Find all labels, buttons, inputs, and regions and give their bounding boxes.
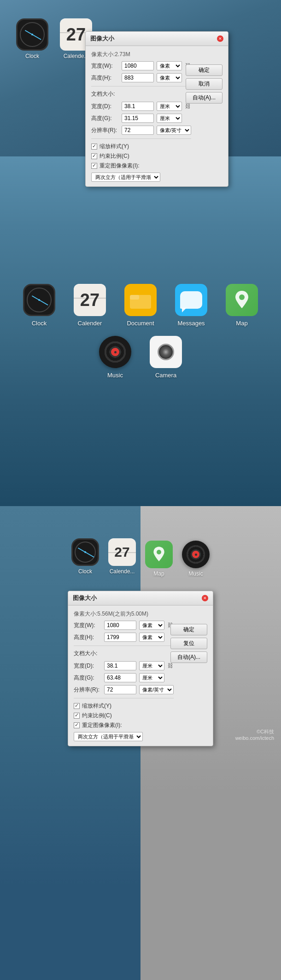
method-row3: 两次立方（适用于平滑渐变） — [74, 732, 174, 741]
cb3-label1: 重定图像像素(I): — [100, 162, 140, 170]
width-row1: 宽度(W): 像素 ⛓ — [91, 61, 191, 70]
cb3-checkbox3[interactable] — [74, 722, 80, 728]
app-calendar3[interactable]: 27 Calende... — [108, 538, 136, 577]
doc-width-label1: 宽度(D): — [91, 103, 119, 110]
music-label3: Music — [188, 571, 203, 577]
app-document2[interactable]: Document — [122, 284, 159, 327]
clock-label: Clock — [25, 53, 39, 59]
width-unit1[interactable]: 像素 — [157, 61, 182, 70]
clock-icon3[interactable] — [71, 538, 99, 566]
cb1-checkbox1[interactable] — [91, 144, 97, 150]
calendar-icon3[interactable]: 27 — [108, 538, 136, 566]
watermark2: weibo.com/ictech — [235, 735, 274, 741]
dialog-close-btn1[interactable]: ✕ — [217, 35, 223, 42]
height-unit3[interactable]: 像素 — [139, 633, 164, 642]
msg-bubble — [180, 291, 202, 309]
calendar-label3: Calende... — [110, 568, 135, 575]
resolution-unit1[interactable]: 像素/英寸 — [157, 126, 191, 135]
messages-icon2[interactable] — [175, 284, 207, 316]
dialog-box3: 图像大小 ✕ 确定 复位 自动(A)... 像素大小:5.56M(之前为5.00… — [68, 591, 213, 746]
doc-height-unit3[interactable]: 厘米 — [139, 673, 164, 682]
auto-button1[interactable]: 自动(A)... — [186, 92, 222, 104]
watermark1: ©C科技 — [235, 728, 274, 735]
section3-inner: Clock 27 Calende... Map — [0, 525, 281, 746]
doc-height-input1[interactable] — [122, 114, 154, 123]
cb1-row3: 缩放样式(Y) — [74, 702, 174, 710]
map-icon2[interactable] — [226, 284, 258, 316]
cancel-button1[interactable]: 取消 — [186, 78, 222, 90]
app-clock2[interactable]: Clock — [21, 284, 58, 327]
auto-button3[interactable]: 自动(A)... — [170, 651, 207, 663]
music-icon3[interactable] — [182, 541, 210, 568]
pixel-size-label3: 像素大小:5.56M(之前为5.00M) — [74, 610, 174, 618]
dialog-buttons1: 确定 取消 自动(A)... — [186, 64, 222, 104]
map-icon3[interactable] — [145, 541, 173, 568]
width-input3[interactable] — [104, 621, 136, 630]
cb2-checkbox3[interactable] — [74, 713, 80, 719]
app-map2[interactable]: Map — [223, 284, 260, 327]
document-icon2[interactable] — [124, 284, 157, 316]
height-unit1[interactable]: 像素 — [157, 73, 182, 82]
cb1-checkbox3[interactable] — [74, 703, 80, 709]
messages-label2: Messages — [177, 320, 205, 327]
ok-button3[interactable]: 确定 — [170, 624, 207, 635]
ok-button1[interactable]: 确定 — [186, 64, 222, 76]
watermark-area: ©C科技 weibo.com/ictech — [235, 728, 274, 741]
app-messages2[interactable]: Messages — [173, 284, 210, 327]
app-item-clock[interactable]: Clock — [16, 18, 48, 96]
camera-icon2[interactable] — [150, 336, 182, 368]
height-row3: 高度(H): 像素 — [74, 633, 174, 642]
clock-icon2[interactable] — [23, 284, 55, 316]
app-clock3[interactable]: Clock — [71, 538, 99, 577]
doc-height-input3[interactable] — [104, 673, 136, 682]
app-calendar2[interactable]: 27 Calender — [71, 284, 108, 327]
doc-width-unit1[interactable]: 厘米 — [157, 102, 182, 111]
method-select3[interactable]: 两次立方（适用于平滑渐变） — [74, 732, 143, 741]
doc-width-input3[interactable] — [104, 661, 136, 670]
cb1-label1: 缩放样式(Y) — [100, 143, 129, 150]
cb2-row1: 约束比例(C) — [91, 152, 191, 160]
method-select1[interactable]: 两次立方（适用于平滑渐变） — [91, 173, 160, 182]
cb3-row1: 重定图像像素(I): — [91, 162, 191, 170]
map-label3: Map — [153, 571, 164, 577]
resolution-row1: 分辨率(R): 像素/英寸 — [91, 126, 191, 135]
reset-button3[interactable]: 复位 — [170, 638, 207, 649]
calendar-icon2[interactable]: 27 — [74, 284, 106, 316]
music-icon2[interactable] — [99, 336, 131, 368]
music-label2: Music — [107, 372, 123, 379]
width-label3: 宽度(W): — [74, 622, 101, 629]
resolution-unit3[interactable]: 像素/英寸 — [139, 685, 174, 694]
height-input3[interactable] — [104, 633, 136, 642]
app-map3[interactable]: Map — [145, 541, 173, 577]
height-input1[interactable] — [122, 73, 154, 82]
app-music3[interactable]: Music — [182, 541, 210, 577]
dialog-title-bar3: 图像大小 ✕ — [68, 591, 213, 605]
resolution-input1[interactable] — [122, 126, 154, 135]
doc-width-label3: 宽度(D): — [74, 662, 101, 670]
doc-width-row1: 宽度(D): 厘米 ⛓ — [91, 102, 191, 111]
width-unit3[interactable]: 像素 — [139, 621, 164, 630]
divider1a — [91, 86, 191, 86]
doc-height-unit1[interactable]: 厘米 — [157, 114, 182, 123]
doc-size-title3: 文档大小: — [74, 650, 174, 657]
cb2-checkbox1[interactable] — [91, 153, 97, 159]
app-camera2[interactable]: Camera — [147, 336, 184, 379]
cb1-label3: 缩放样式(Y) — [82, 702, 111, 710]
chain-icon4: ⛓ — [167, 663, 174, 669]
dialog-body3: 确定 复位 自动(A)... 像素大小:5.56M(之前为5.00M) 宽度(W… — [68, 605, 213, 746]
height-label3: 高度(H): — [74, 634, 101, 641]
width-label1: 宽度(W): — [91, 62, 119, 70]
clock-icon[interactable] — [16, 18, 48, 51]
section1: Clock 27 Calende... Map — [0, 0, 281, 156]
resolution-label3: 分辨率(R): — [74, 686, 101, 694]
chain-icon2: ⛓ — [185, 103, 191, 110]
cal-num: 27 — [66, 26, 86, 43]
dialog-close-btn3[interactable]: ✕ — [202, 595, 208, 601]
resolution-input3[interactable] — [104, 685, 136, 694]
width-input1[interactable] — [122, 61, 154, 70]
app-music2[interactable]: Music — [97, 336, 134, 379]
doc-width-input1[interactable] — [122, 102, 154, 111]
cb3-checkbox1[interactable] — [91, 163, 97, 169]
doc-width-unit3[interactable]: 厘米 — [139, 661, 164, 670]
cb3-label3: 重定图像像素(I): — [82, 721, 122, 729]
